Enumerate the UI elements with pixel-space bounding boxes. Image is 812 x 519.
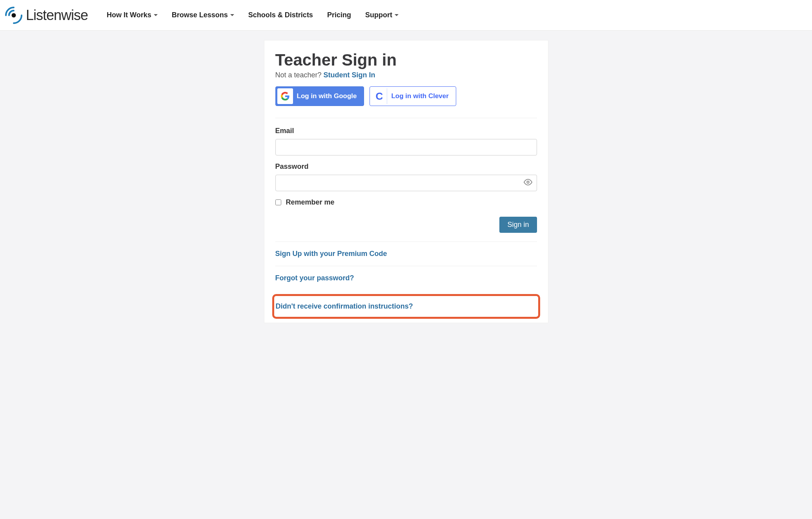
confirmation-highlight: Didn't receive confirmation instructions… [272, 294, 540, 319]
brand-logo[interactable]: Listenwise [4, 5, 88, 25]
listenwise-logo-icon [4, 5, 24, 25]
nav-label: Schools & Districts [248, 11, 313, 19]
signin-card: Teacher Sign in Not a teacher? Student S… [264, 40, 548, 323]
forgot-row: Forgot your password? [275, 266, 537, 290]
password-group: Password [275, 163, 537, 191]
sub-prompt: Not a teacher? Student Sign In [275, 71, 537, 79]
remember-me-label[interactable]: Remember me [275, 198, 537, 207]
resend-confirmation-link[interactable]: Didn't receive confirmation instructions… [276, 302, 413, 310]
nav-menu: How It Works Browse Lessons Schools & Di… [100, 5, 406, 25]
premium-row: Sign Up with your Premium Code [275, 242, 537, 266]
brand-text: Listenwise [26, 7, 88, 24]
nav-label: How It Works [107, 11, 151, 19]
caret-down-icon [154, 14, 158, 16]
show-password-toggle[interactable] [524, 178, 532, 188]
email-group: Email [275, 127, 537, 155]
login-google-button[interactable]: Log in with Google [275, 86, 364, 106]
top-navbar: Listenwise How It Works Browse Lessons S… [0, 0, 812, 31]
clever-button-label: Log in with Clever [391, 92, 454, 100]
password-input[interactable] [275, 175, 537, 191]
email-input[interactable] [275, 139, 537, 155]
google-button-label: Log in with Google [297, 92, 362, 100]
premium-signup-link[interactable]: Sign Up with your Premium Code [275, 250, 387, 258]
nav-browse-lessons[interactable]: Browse Lessons [165, 5, 241, 25]
nav-label: Browse Lessons [172, 11, 228, 19]
form-actions: Sign in [275, 217, 537, 242]
clever-logo-icon: C [371, 88, 387, 104]
not-teacher-text: Not a teacher? [275, 71, 324, 79]
nav-schools-districts[interactable]: Schools & Districts [241, 5, 320, 25]
nav-label: Support [365, 11, 392, 19]
caret-down-icon [230, 14, 234, 16]
eye-icon [524, 178, 532, 186]
password-label: Password [275, 163, 537, 171]
caret-down-icon [395, 14, 399, 16]
page-title: Teacher Sign in [275, 51, 537, 69]
forgot-password-link[interactable]: Forgot your password? [275, 274, 354, 282]
nav-pricing[interactable]: Pricing [320, 5, 358, 25]
remember-text: Remember me [286, 198, 335, 207]
nav-how-it-works[interactable]: How It Works [100, 5, 165, 25]
signin-button[interactable]: Sign in [499, 217, 537, 233]
student-signin-link[interactable]: Student Sign In [324, 71, 375, 79]
nav-label: Pricing [327, 11, 351, 19]
google-logo-icon [277, 88, 293, 104]
login-clever-button[interactable]: C Log in with Clever [370, 86, 456, 106]
nav-support[interactable]: Support [358, 5, 406, 25]
remember-me-checkbox[interactable] [275, 199, 281, 205]
sso-row: Log in with Google C Log in with Clever [275, 86, 537, 118]
svg-point-1 [527, 181, 529, 183]
svg-point-0 [12, 13, 16, 17]
email-label: Email [275, 127, 537, 135]
